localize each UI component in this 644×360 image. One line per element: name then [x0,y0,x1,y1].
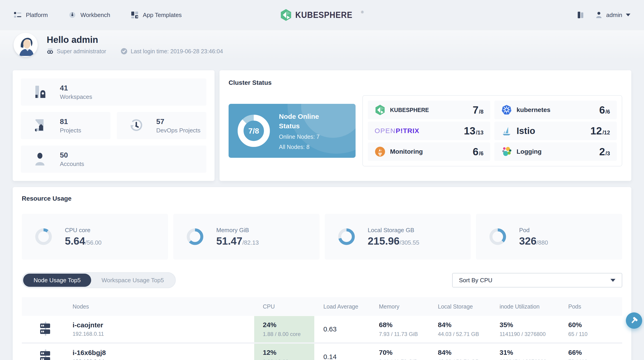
col-cpu: CPU [254,303,314,310]
kubesphere-logo[interactable]: KUBESPHERE ® [280,9,364,21]
user-menu[interactable]: admin [595,11,630,18]
usage-total: /82.13 [242,239,259,246]
service-value: 13 [464,126,475,136]
usage-total: /56.00 [85,239,102,246]
service-monitoring[interactable]: Monitoring 6 /6 [368,142,490,161]
load-average-value: 0.63 [314,325,379,333]
node-ratio-text: 7/8 [248,126,259,135]
service-total: /6 [479,150,484,157]
devops-projects-icon [130,118,143,132]
last-login-label: Last login time: 2019-06-28 23:46:04 [130,48,223,55]
memory-percent: 68% [379,322,438,328]
main-content: 41Workspaces 81Projects 57DevOps Project… [0,70,644,360]
resource-usage-card: Resource Usage CPU core5.64/56.00 Memory… [13,187,631,360]
top-nav: Platform Workbench App Templates KUBESPH… [0,0,644,30]
node-server-icon [38,321,53,336]
table-row[interactable]: i-16x6bgj8 192.168.0.14 12% 0.93 / 8.00 … [22,344,622,360]
kubesphere-dashboard: Platform Workbench App Templates KUBESPH… [0,0,644,360]
storage-percent: 84% [438,322,500,328]
service-openpitrix[interactable]: OPENP!TRIX 13 /13 [368,122,490,140]
service-kubernetes[interactable]: kubernetes 6 /6 [494,101,617,119]
cpu-percent: 12% [263,349,314,356]
service-value: 6 [472,146,478,157]
usage-tiles: CPU core5.64/56.00 Memory GiB51.47/82.13… [22,214,622,260]
hello-banner: Hello admin Super administrator Last log… [0,30,644,60]
node-server-icon [38,349,53,360]
nav-workbench[interactable]: Workbench [68,11,110,19]
user-icon [595,11,602,18]
resource-usage-title: Resource Usage [22,195,622,202]
service-istio[interactable]: Istio 12 /12 [494,122,617,140]
col-nodes: Nodes [72,303,254,310]
cpu-detail: 1.88 / 8.00 core [263,332,314,337]
toolbox-fab-button[interactable] [626,312,642,329]
stat-devops[interactable]: 57DevOps Projects [117,112,206,139]
usage-total: /305.55 [400,239,419,246]
user-menu-caret-icon [626,14,630,16]
col-load-average: Load Average [314,303,379,310]
inode-detail: 1141190 / 3276800 [500,332,568,337]
brand-registered-mark: ® [361,10,364,14]
service-value: 12 [590,126,602,136]
kubesphere-logo-icon [280,9,292,21]
workspaces-label: Workspaces [60,94,92,100]
accounts-label: Accounts [60,161,84,167]
service-total: /13 [476,130,484,136]
node-ip: 192.168.0.14 [72,359,254,360]
user-role: Super administrator [47,48,106,55]
usage-label: CPU core [65,227,102,233]
workspaces-count: 41 [60,84,92,92]
all-nodes-label: All Nodes: 8 [279,144,333,150]
pod-usage-donut [489,228,507,246]
memory-usage-donut [186,228,204,246]
nav-app-templates-label: App Templates [143,12,182,18]
kubesphere-service-icon [374,104,386,116]
online-nodes-label: Online Nodes: 7 [279,134,333,140]
service-kubesphere[interactable]: KUBESPHERE 7 /8 [368,101,490,119]
cpu-cell: 12% 0.93 / 8.00 core [254,344,314,360]
sort-by-select[interactable]: Sort By CPU [452,273,622,288]
tab-node-usage-top5[interactable]: Node Usage Top5 [23,274,91,287]
stat-accounts[interactable]: 50Accounts [21,146,206,173]
usage-cpu[interactable]: CPU core5.64/56.00 [22,214,168,260]
select-caret-icon [610,279,616,282]
service-name: Monitoring [390,148,423,155]
cpu-cell: 24% 1.88 / 8.00 core [254,316,314,342]
kubernetes-icon [501,104,512,116]
node-name[interactable]: i-16x6bgj8 [72,349,254,356]
service-total: /12 [602,130,610,136]
usage-memory[interactable]: Memory GiB51.47/82.13 [173,214,320,260]
col-inode-utilization: inode Utilization [500,303,568,310]
stat-projects[interactable]: 81Projects [21,112,110,139]
nav-platform[interactable]: Platform [14,11,48,19]
service-logging[interactable]: Logging 2 /3 [494,142,617,161]
stat-workspaces[interactable]: 41Workspaces [21,78,206,106]
node-name[interactable]: i-caojnter [72,322,254,328]
usage-value: 215.96 [368,235,400,247]
service-total: /6 [606,108,610,115]
storage-usage-donut [338,228,356,246]
tab-workspace-usage-top5[interactable]: Workspace Usage Top5 [91,274,174,287]
usage-label: Local Storage GB [368,227,419,233]
docs-icon[interactable] [576,11,585,19]
table-row[interactable]: i-caojnter 192.168.0.11 24% 1.88 / 8.00 … [22,316,622,342]
service-value: 6 [599,105,605,115]
pods-detail: 72 / 110 [568,359,622,360]
service-name: kubernetes [516,106,550,114]
projects-icon [34,118,46,132]
usage-pod[interactable]: Pod326/880 [476,214,622,260]
service-value: 7 [472,105,478,115]
usage-storage[interactable]: Local Storage GB215.96/305.55 [325,214,471,260]
brand-text: KUBESPHERE [295,10,352,20]
node-online-status-label: Node Online Status [279,112,333,131]
nav-app-templates[interactable]: App Templates [130,11,182,19]
col-memory: Memory [379,303,438,310]
cluster-status-title: Cluster Status [228,79,622,86]
last-login: Last login time: 2019-06-28 23:46:04 [121,48,223,55]
memory-percent: 70% [379,349,438,356]
service-total: /3 [606,150,610,157]
app-templates-icon [130,11,139,19]
storage-percent: 84% [438,349,500,356]
node-ip: 192.168.0.11 [72,331,254,337]
usage-value: 51.47 [216,235,242,247]
